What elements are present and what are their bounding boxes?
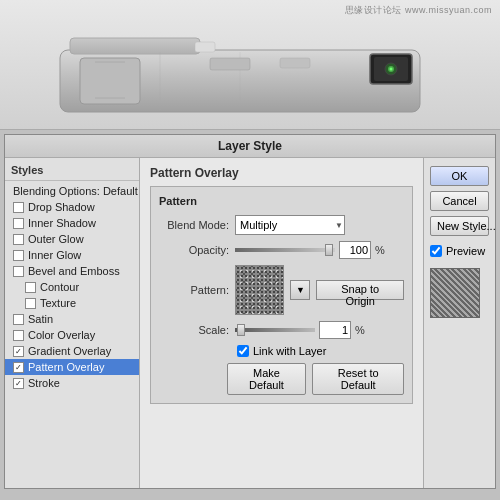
- gradient-overlay-label: Gradient Overlay: [28, 345, 111, 357]
- svg-rect-2: [80, 58, 140, 104]
- bevel-emboss-checkbox[interactable]: [13, 266, 24, 277]
- pattern-preview-area: ▼ Snap to Origin: [235, 265, 404, 315]
- pattern-thumbnail[interactable]: [235, 265, 284, 315]
- scale-slider-thumb[interactable]: [237, 324, 245, 336]
- section-title: Pattern Overlay: [150, 166, 413, 180]
- color-overlay-label: Color Overlay: [28, 329, 95, 341]
- link-layer-label: Link with Layer: [253, 345, 326, 357]
- blend-mode-row: Blend Mode: Multiply Normal Screen Overl…: [159, 215, 404, 235]
- pattern-overlay-label: Pattern Overlay: [28, 361, 104, 373]
- svg-rect-14: [195, 42, 215, 52]
- preview-swatch: [430, 268, 480, 318]
- subsection-title: Pattern: [159, 195, 404, 207]
- dialog-title: Layer Style: [5, 135, 495, 158]
- inner-glow-checkbox[interactable]: [13, 250, 24, 261]
- scale-unit: %: [355, 324, 365, 336]
- scale-label: Scale:: [159, 324, 229, 336]
- sidebar-item-satin[interactable]: Satin: [5, 311, 139, 327]
- opacity-slider-container: %: [235, 241, 385, 259]
- sidebar-item-drop-shadow[interactable]: Drop Shadow: [5, 199, 139, 215]
- action-buttons: Make Default Reset to Default: [159, 363, 404, 395]
- sidebar-item-inner-glow[interactable]: Inner Glow: [5, 247, 139, 263]
- preview-label: Preview: [446, 245, 485, 257]
- cancel-button[interactable]: Cancel: [430, 191, 489, 211]
- sidebar-item-outer-glow[interactable]: Outer Glow: [5, 231, 139, 247]
- pattern-label: Pattern:: [159, 284, 229, 296]
- preview-checkbox[interactable]: [430, 245, 442, 257]
- sidebar-item-gradient-overlay[interactable]: ✓ Gradient Overlay: [5, 343, 139, 359]
- camera-preview-area: 思缘设计论坛 www.missyuan.com: [0, 0, 500, 130]
- scale-slider-container: %: [235, 321, 365, 339]
- texture-checkbox[interactable]: [25, 298, 36, 309]
- stroke-label: Stroke: [28, 377, 60, 389]
- drop-shadow-checkbox[interactable]: [13, 202, 24, 213]
- dialog-body: Styles Blending Options: Default Drop Sh…: [5, 158, 495, 488]
- ok-button[interactable]: OK: [430, 166, 489, 186]
- scale-slider[interactable]: [235, 328, 315, 332]
- contour-checkbox[interactable]: [25, 282, 36, 293]
- opacity-label: Opacity:: [159, 244, 229, 256]
- opacity-input[interactable]: [339, 241, 371, 259]
- pattern-menu-btn[interactable]: ▼: [290, 280, 310, 300]
- satin-checkbox[interactable]: [13, 314, 24, 325]
- layer-style-dialog: Layer Style Styles Blending Options: Def…: [4, 134, 496, 489]
- sidebar-item-inner-shadow[interactable]: Inner Shadow: [5, 215, 139, 231]
- sidebar-item-contour[interactable]: Contour: [5, 279, 139, 295]
- svg-rect-1: [70, 38, 200, 54]
- satin-label: Satin: [28, 313, 53, 325]
- svg-point-9: [390, 67, 393, 70]
- link-layer-row: Link with Layer: [159, 345, 404, 357]
- styles-panel: Styles Blending Options: Default Drop Sh…: [5, 158, 140, 488]
- gradient-overlay-checkbox[interactable]: ✓: [13, 346, 24, 357]
- link-layer-checkbox[interactable]: [237, 345, 249, 357]
- right-panel: OK Cancel New Style... Preview: [423, 158, 495, 488]
- scale-input[interactable]: [319, 321, 351, 339]
- pattern-row: Pattern: ▼ Snap to Origin: [159, 265, 404, 315]
- outer-glow-checkbox[interactable]: [13, 234, 24, 245]
- opacity-row: Opacity: %: [159, 241, 404, 259]
- svg-rect-12: [210, 58, 250, 70]
- sidebar-item-pattern-overlay[interactable]: ✓ Pattern Overlay: [5, 359, 139, 375]
- blend-mode-select[interactable]: Multiply Normal Screen Overlay: [235, 215, 345, 235]
- stroke-checkbox[interactable]: ✓: [13, 378, 24, 389]
- watermark-text: 思缘设计论坛 www.missyuan.com: [345, 4, 492, 17]
- scale-row: Scale: %: [159, 321, 404, 339]
- contour-label: Contour: [40, 281, 79, 293]
- svg-rect-13: [280, 58, 310, 68]
- pattern-noise-fill: [236, 266, 283, 314]
- camera-illustration: [40, 10, 460, 120]
- blending-options-label: Blending Options: Default: [13, 185, 138, 197]
- new-style-button[interactable]: New Style...: [430, 216, 489, 236]
- drop-shadow-label: Drop Shadow: [28, 201, 95, 213]
- inner-shadow-checkbox[interactable]: [13, 218, 24, 229]
- blend-mode-select-wrapper[interactable]: Multiply Normal Screen Overlay ▼: [235, 215, 345, 235]
- opacity-slider-thumb[interactable]: [325, 244, 333, 256]
- make-default-button[interactable]: Make Default: [227, 363, 307, 395]
- main-content-panel: Pattern Overlay Pattern Blend Mode: Mult…: [140, 158, 423, 488]
- inner-glow-label: Inner Glow: [28, 249, 81, 261]
- pattern-icons: ▼: [290, 280, 310, 300]
- sidebar-item-blending-options[interactable]: Blending Options: Default: [5, 183, 139, 199]
- blend-mode-label: Blend Mode:: [159, 219, 229, 231]
- sidebar-item-texture[interactable]: Texture: [5, 295, 139, 311]
- inner-shadow-label: Inner Shadow: [28, 217, 96, 229]
- reset-default-button[interactable]: Reset to Default: [312, 363, 404, 395]
- sidebar-item-bevel-emboss[interactable]: Bevel and Emboss: [5, 263, 139, 279]
- sidebar-item-stroke[interactable]: ✓ Stroke: [5, 375, 139, 391]
- opacity-unit: %: [375, 244, 385, 256]
- sidebar-item-color-overlay[interactable]: Color Overlay: [5, 327, 139, 343]
- pattern-overlay-checkbox[interactable]: ✓: [13, 362, 24, 373]
- snap-to-origin-button[interactable]: Snap to Origin: [316, 280, 404, 300]
- texture-label: Texture: [40, 297, 76, 309]
- preview-row: Preview: [430, 245, 489, 257]
- styles-panel-title: Styles: [5, 162, 139, 181]
- bevel-emboss-label: Bevel and Emboss: [28, 265, 120, 277]
- color-overlay-checkbox[interactable]: [13, 330, 24, 341]
- opacity-slider[interactable]: [235, 248, 335, 252]
- outer-glow-label: Outer Glow: [28, 233, 84, 245]
- pattern-subsection: Pattern Blend Mode: Multiply Normal Scre…: [150, 186, 413, 404]
